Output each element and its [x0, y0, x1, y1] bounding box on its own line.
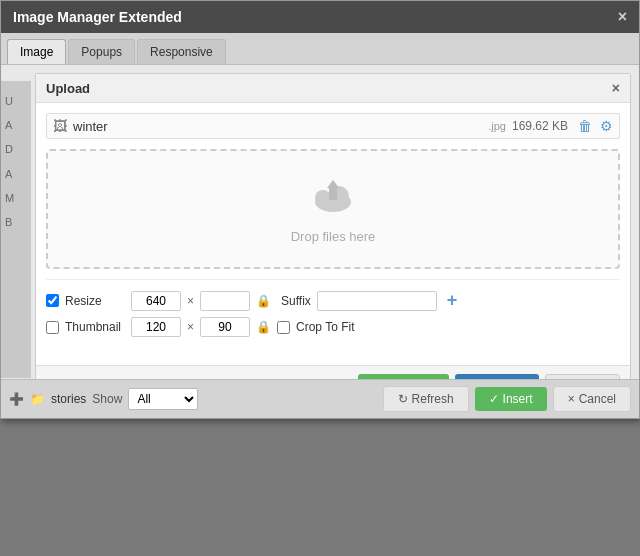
file-row: 🖼 winter .jpg 169.62 KB 🗑 ⚙: [46, 113, 620, 139]
sidebar-letter-a2: A: [5, 162, 27, 186]
resize-label: Resize: [65, 294, 125, 308]
svg-point-1: [315, 190, 331, 206]
file-ext: .jpg: [488, 120, 506, 132]
suffix-input[interactable]: [317, 291, 437, 311]
upload-panel-close-icon[interactable]: ×: [612, 80, 620, 96]
sidebar-letter-u: U: [5, 89, 27, 113]
insert-icon: ✓: [489, 392, 499, 406]
show-select[interactable]: All Images Files: [128, 388, 198, 410]
folder-name: stories: [51, 392, 86, 406]
thumbnail-row: Thumbnail × 🔒 Crop To Fit: [46, 317, 620, 337]
tab-bar: Image Popups Responsive: [1, 33, 639, 65]
refresh-icon: ↻: [398, 392, 408, 406]
sidebar-letter-m: M: [5, 186, 27, 210]
sidebar-letters-panel: U A D A M B: [1, 81, 31, 378]
dialog-title: Image Manager Extended: [13, 9, 182, 25]
file-name: winter: [73, 119, 482, 134]
add-row-icon[interactable]: +: [447, 290, 458, 311]
upload-panel-body: 🖼 winter .jpg 169.62 KB 🗑 ⚙: [36, 103, 630, 353]
svg-rect-3: [329, 186, 337, 200]
tab-responsive[interactable]: Responsive: [137, 39, 226, 64]
file-delete-icon[interactable]: 🗑: [578, 118, 592, 134]
dialog-close-icon[interactable]: ×: [618, 9, 627, 25]
bottom-right-area: ↻ Refresh ✓ Insert × Cancel: [383, 386, 631, 412]
lock-icon: 🔒: [256, 294, 271, 308]
main-dialog: Image Manager Extended × Image Popups Re…: [0, 0, 640, 419]
show-label: Show: [92, 392, 122, 406]
sidebar-letter-d: D: [5, 137, 27, 161]
thumbnail-x-separator: ×: [187, 320, 194, 334]
thumbnail-height-input[interactable]: [200, 317, 250, 337]
resize-checkbox[interactable]: [46, 294, 59, 307]
thumbnail-width-input[interactable]: [131, 317, 181, 337]
tab-image[interactable]: Image: [7, 39, 66, 64]
svg-marker-4: [327, 180, 339, 188]
resize-height-input[interactable]: [200, 291, 250, 311]
sidebar-letter-b: B: [5, 210, 27, 234]
resize-x-separator: ×: [187, 294, 194, 308]
folder-icon: 📁: [30, 392, 45, 406]
options-area: Resize × 🔒 Suffix + Thumbnail: [46, 279, 620, 337]
crop-label: Crop To Fit: [296, 320, 354, 334]
thumbnail-checkbox[interactable]: [46, 321, 59, 334]
suffix-label: Suffix: [281, 294, 311, 308]
thumbnail-lock-icon: 🔒: [256, 320, 271, 334]
file-image-icon: 🖼: [53, 118, 67, 134]
dialog-title-bar: Image Manager Extended ×: [1, 1, 639, 33]
refresh-button[interactable]: ↻ Refresh: [383, 386, 469, 412]
insert-button[interactable]: ✓ Insert: [475, 387, 547, 411]
resize-row: Resize × 🔒 Suffix +: [46, 290, 620, 311]
file-size: 169.62 KB: [512, 119, 568, 133]
bottom-left-area: ➕ 📁 stories Show All Images Files: [9, 388, 198, 410]
sidebar-letter-a1: A: [5, 113, 27, 137]
upload-panel-header: Upload ×: [36, 74, 630, 103]
cancel-button[interactable]: × Cancel: [553, 386, 631, 412]
expand-icon[interactable]: ➕: [9, 392, 24, 406]
main-content-area: U A D A M B Upload × 🖼 winter .jpg 169.6…: [1, 65, 639, 418]
resize-width-input[interactable]: [131, 291, 181, 311]
thumbnail-label: Thumbnail: [65, 320, 125, 334]
crop-checkbox[interactable]: [277, 321, 290, 334]
tab-popups[interactable]: Popups: [68, 39, 135, 64]
bottom-bar: ➕ 📁 stories Show All Images Files ↻ Refr…: [1, 379, 639, 418]
drop-zone-text: Drop files here: [291, 229, 376, 244]
drop-zone[interactable]: Drop files here: [46, 149, 620, 269]
file-settings-icon[interactable]: ⚙: [600, 118, 613, 134]
upload-panel: Upload × 🖼 winter .jpg 169.62 KB 🗑 ⚙: [35, 73, 631, 410]
upload-cloud-icon: [309, 174, 357, 223]
upload-panel-title: Upload: [46, 81, 90, 96]
cancel-icon: ×: [568, 392, 575, 406]
